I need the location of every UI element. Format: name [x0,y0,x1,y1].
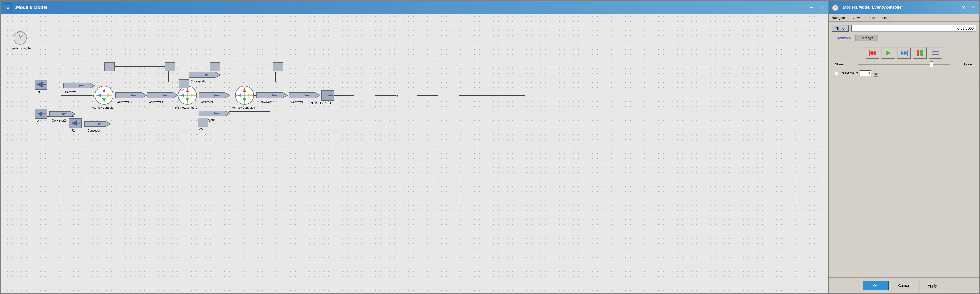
speed-thumb[interactable] [930,61,933,67]
conveyor7-label: Conveyor7 [201,100,215,104]
list-button[interactable] [929,47,942,59]
right-title-controls: ? × [959,3,977,11]
conveyor7-shape [199,91,230,100]
m1-icon [94,86,114,105]
maximize-button[interactable]: □ [818,3,826,11]
conveyor121-label: Conveyor121 [117,100,134,104]
conveyor4[interactable] [147,91,178,100]
time-button[interactable]: Time [832,25,849,32]
tab-settings[interactable]: Settings [856,35,878,41]
p3-label: P3 [37,120,40,123]
loop-right-top2 [210,62,220,71]
svg-marker-102 [900,50,904,56]
title-bar-left: ≡ .Models.Model [3,3,47,12]
menu-help[interactable]: Help [881,15,891,20]
conveyor11-label: Conveyor11 [291,100,306,104]
stop-button[interactable] [913,47,926,59]
conveyor1-label: Conveyor1 [65,90,79,93]
time-row: Time 6:53.0000 [832,25,976,32]
conveyor11[interactable] [289,91,320,100]
p1-p2-p3-out[interactable] [321,90,334,101]
canvas-area: EventController P1 P3 [0,14,828,294]
tab-controls[interactable]: Controls [832,35,856,41]
time-value: 6:53.0000 [851,25,976,32]
cancel-button[interactable]: Cancel [891,281,917,290]
rewind-button[interactable] [866,47,879,59]
svg-text:≡: ≡ [6,5,10,10]
right-panel: .Models.Model.EventController ? × Naviga… [828,0,980,294]
m5-box[interactable] [197,118,208,127]
realtime-label: Real-time [840,71,854,75]
p1-icon [35,79,48,90]
minimize-button[interactable]: − [808,3,815,11]
conveyor2[interactable] [49,109,75,118]
spin-down[interactable]: ▼ [873,73,878,77]
p3-source[interactable] [35,109,48,119]
svg-marker-98 [872,50,876,56]
apply-button[interactable]: Apply [919,281,945,290]
svg-marker-103 [904,50,907,56]
stop-icon [916,50,923,57]
menu-view[interactable]: View [851,15,861,20]
spin-buttons: ▲ ▼ [873,70,878,77]
m4-box[interactable] [179,79,189,88]
conveyor12-shape [256,91,288,100]
conveyor4-shape [147,91,178,100]
svg-line-93 [834,4,835,5]
play-button[interactable] [881,47,895,59]
m1-flowcontrol[interactable] [94,86,114,106]
title-bar-controls: − □ [808,3,826,11]
realtime-input[interactable]: 3 [860,70,872,76]
p2-label: P2 [71,129,75,132]
conveyor2-shape [49,109,75,118]
m3-label: M3 FlowControl1 [175,106,197,109]
svg-marker-25 [92,94,94,97]
conveyor2-label: Conveyor2 [52,119,66,122]
menu-tools[interactable]: Tools [866,15,876,20]
fast-forward-button[interactable] [897,47,911,59]
conveyor-lower-shape [84,119,111,128]
conveyor9[interactable] [199,109,230,118]
menu-navigate[interactable]: Navigate [830,15,846,20]
svg-rect-106 [920,50,923,56]
svg-marker-83 [331,94,333,96]
help-button[interactable]: ? [959,3,967,11]
svg-rect-104 [907,50,908,56]
p3-icon [35,109,48,119]
right-title-left: .Models.Model.EventController [831,3,903,11]
ok-button[interactable]: OK [862,281,889,290]
realtime-row: Real-time × 3 ▲ ▼ [835,70,973,77]
p1-p2-p3-out-label: P1_P2_P3_OUT [310,101,331,104]
playback-controls [835,47,973,59]
play-icon [885,50,892,57]
event-controller-element[interactable]: EventController [8,29,32,50]
controls-panel: Slower Faster Real-time × 3 ▲ [832,44,976,80]
p2-source[interactable] [69,118,82,128]
conveyor-lower[interactable] [84,119,111,128]
conveyor9-shape [199,109,230,118]
m6-flowcontrol[interactable] [235,86,255,106]
main-title-bar: ≡ .Models.Model − □ [0,0,828,14]
list-icon [932,50,939,57]
main-window-title: .Models.Model [15,5,47,10]
conveyor1[interactable] [64,81,95,90]
close-button[interactable]: × [969,3,977,11]
rewind-icon [869,50,877,57]
svg-marker-101 [886,50,891,56]
spin-up[interactable]: ▲ [873,70,878,73]
p1-source[interactable] [35,79,48,90]
speed-row: Slower Faster [835,62,973,66]
conveyor12[interactable] [256,91,288,100]
loop-right-top3 [273,62,283,71]
m5-label: M5 [199,128,203,131]
tabs-row: Controls Settings [832,35,976,41]
fast-forward-icon [900,50,908,57]
conveyor8[interactable] [189,70,221,79]
conveyor7[interactable] [199,91,230,100]
conveyor121[interactable] [115,91,147,100]
faster-label: Faster [952,62,973,66]
m6-icon [235,86,255,105]
realtime-checkbox[interactable] [835,72,838,75]
p2-icon [69,118,82,128]
svg-rect-105 [916,50,919,56]
